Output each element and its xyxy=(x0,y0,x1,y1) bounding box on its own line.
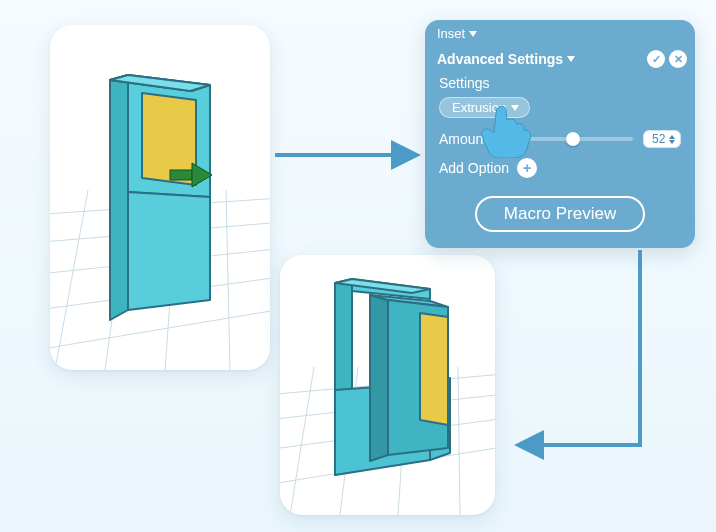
svg-marker-35 xyxy=(420,313,448,425)
panel-header[interactable]: Inset xyxy=(425,20,695,45)
amount-step-down[interactable] xyxy=(669,140,675,144)
svg-line-4 xyxy=(50,307,270,351)
viewport-after xyxy=(280,255,495,515)
amount-value: 52 xyxy=(652,132,665,146)
svg-rect-17 xyxy=(170,170,192,180)
svg-marker-32 xyxy=(370,295,388,461)
svg-line-8 xyxy=(226,190,230,370)
amount-slider-thumb[interactable] xyxy=(566,132,580,146)
svg-marker-10 xyxy=(110,75,128,320)
viewport-before xyxy=(50,25,270,370)
advanced-settings-label: Advanced Settings xyxy=(437,51,563,67)
amount-label: Amount xyxy=(439,131,497,147)
advanced-settings-toggle[interactable]: Advanced Settings xyxy=(425,45,695,69)
svg-line-23 xyxy=(290,367,314,515)
svg-line-26 xyxy=(458,367,460,515)
chevron-down-icon xyxy=(567,56,575,62)
amount-input[interactable]: 52 xyxy=(643,130,681,148)
extrusion-dropdown[interactable]: Extrusion xyxy=(439,97,530,118)
add-option-button[interactable]: + xyxy=(517,158,537,178)
plus-icon: + xyxy=(523,161,531,175)
chevron-down-icon xyxy=(469,31,477,37)
amount-slider[interactable] xyxy=(507,137,633,141)
panel-header-label: Inset xyxy=(437,26,465,41)
macro-preview-label: Macro Preview xyxy=(504,204,616,224)
amount-step-up[interactable] xyxy=(669,135,675,139)
svg-line-5 xyxy=(55,190,88,370)
macro-preview-button[interactable]: Macro Preview xyxy=(475,196,645,232)
svg-marker-12 xyxy=(128,192,210,310)
settings-panel: Inset ✓ ✕ Advanced Settings Settings Ext… xyxy=(425,20,695,248)
chevron-down-icon xyxy=(511,105,519,111)
settings-label: Settings xyxy=(439,75,681,91)
add-option-label: Add Option xyxy=(439,160,509,176)
extrusion-dropdown-label: Extrusion xyxy=(452,100,506,115)
